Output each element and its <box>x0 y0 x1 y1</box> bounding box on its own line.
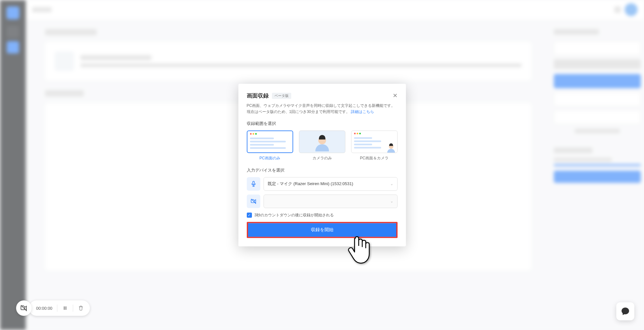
details-link[interactable]: 詳細はこちら <box>351 109 374 114</box>
device-section-label: 入力デバイスを選択 <box>247 167 398 173</box>
option-thumb-screen <box>247 130 293 153</box>
option-screen-and-camera[interactable]: PC画面＆カメラ <box>351 130 398 161</box>
option-thumb-both <box>351 130 398 153</box>
countdown-checkbox-row[interactable]: ✓ 3秒のカウントダウンの後に収録が開始される <box>247 212 398 218</box>
option-label: PC画面のみ <box>247 156 293 161</box>
option-pc-screen-only[interactable]: PC画面のみ <box>247 130 293 161</box>
microphone-icon <box>247 177 260 191</box>
screen-recording-modal: 画面収録 ベータ版 ✕ PC画面、ウェブカメラやマイク音声を同時に収録して文字起… <box>238 84 406 246</box>
recording-toolbar: 00:00:00 <box>16 300 90 316</box>
range-section-label: 収録範囲を選択 <box>247 121 398 127</box>
delete-button[interactable] <box>78 305 84 311</box>
separator <box>57 305 57 312</box>
option-label: PC画面＆カメラ <box>351 156 398 161</box>
option-label: カメラのみ <box>299 156 345 161</box>
close-button[interactable]: ✕ <box>393 92 398 99</box>
separator <box>73 305 73 312</box>
recording-controls: 00:00:00 <box>29 300 90 316</box>
modal-title-text: 画面収録 <box>247 92 269 99</box>
svg-rect-0 <box>253 181 254 184</box>
chevron-down-icon: ⌄ <box>390 182 393 186</box>
microphone-select[interactable]: 既定 - マイク (Razer Seiren Mini) (1532:0531)… <box>264 177 398 191</box>
chat-support-button[interactable] <box>616 302 634 320</box>
countdown-label: 3秒のカウントダウンの後に収録が開始される <box>255 212 334 218</box>
svg-rect-2 <box>65 306 66 310</box>
microphone-value: 既定 - マイク (Razer Seiren Mini) (1532:0531) <box>268 181 353 187</box>
chevron-down-icon: ⌄ <box>390 199 393 203</box>
camera-off-icon <box>247 194 260 208</box>
pause-button[interactable] <box>62 305 68 311</box>
start-button-highlight: 収録を開始 <box>247 222 398 238</box>
start-recording-button[interactable]: 収録を開始 <box>248 223 396 237</box>
option-thumb-camera <box>299 130 345 153</box>
recording-timer: 00:00:00 <box>36 306 53 311</box>
beta-badge: ベータ版 <box>272 93 291 99</box>
recording-range-options: PC画面のみ カメラのみ PC画面＆カメラ <box>247 130 398 161</box>
svg-rect-1 <box>64 306 65 310</box>
modal-description: PC画面、ウェブカメラやマイク音声を同時に収録して文字起こしできる新機能です。現… <box>247 103 398 115</box>
recording-camera-toggle[interactable] <box>16 300 32 316</box>
modal-title: 画面収録 ベータ版 <box>247 92 291 99</box>
checkbox-checked-icon: ✓ <box>247 213 252 218</box>
option-camera-only[interactable]: カメラのみ <box>299 130 345 161</box>
camera-select[interactable]: ⌄ <box>264 194 398 208</box>
